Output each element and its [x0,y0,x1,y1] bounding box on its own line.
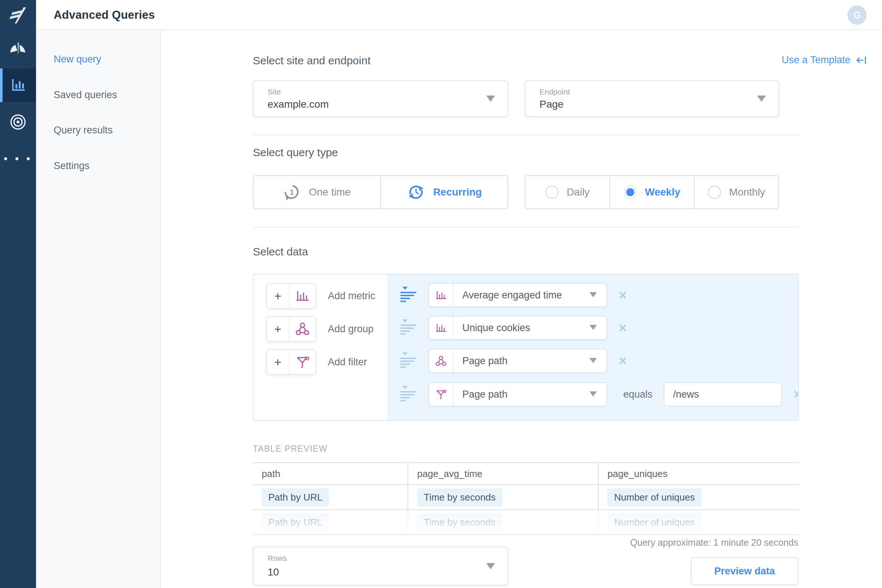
site-value: example.com [267,99,329,110]
dashboard-nav-icon[interactable] [0,32,36,65]
drag-handle-icon[interactable] [400,320,416,336]
table-cell: Path by URL [262,513,329,531]
chevron-down-icon [486,563,495,569]
page-title: Advanced Queries [54,0,155,30]
plus-icon: + [267,350,290,374]
add-filter-button[interactable]: + [266,349,316,375]
top-bar: Advanced Queries [0,0,882,30]
target-icon [9,114,27,130]
radio-selected-icon [624,186,637,199]
more-nav-icon[interactable]: • • • [0,142,36,176]
table-row-faded: Path by URL Time by seconds Number of un… [253,510,799,534]
frequency-weekly[interactable]: Weekly [610,176,694,208]
section-heading-site-endpoint: Select site and endpoint [253,54,370,67]
filter-operator: equals [623,389,652,400]
table-cell: Time by seconds [417,513,502,531]
filter-value: Page path [453,389,507,400]
table-cell: Time by seconds [417,488,502,506]
site-label: Site [267,87,281,96]
add-group-button[interactable]: + [266,316,316,342]
remove-row-icon[interactable]: ✕ [618,355,627,368]
sidebar-item-saved-queries[interactable]: Saved queries [54,87,117,103]
app-window: Advanced Queries G [0,0,882,588]
chevron-down-icon [590,325,597,330]
metric-select[interactable]: Unique cookies [429,316,607,340]
chartbeat-logo-icon[interactable] [0,0,36,31]
add-metric-button[interactable]: + [266,283,316,309]
table-cell: Path by URL [262,488,329,506]
rows-value: 10 [267,566,279,578]
heads-up-nav-icon[interactable] [0,105,36,139]
drag-handle-icon[interactable] [400,352,416,369]
bar-chart-icon [10,78,26,93]
chevron-down-icon [757,96,766,102]
svg-text:1: 1 [290,188,294,196]
sidebar-item-query-results[interactable]: Query results [54,122,113,138]
remove-row-icon[interactable]: ✕ [793,388,799,401]
column-header: path [253,463,408,484]
remove-row-icon[interactable]: ✕ [618,322,627,334]
rows-dropdown[interactable]: Rows 10 [253,546,508,585]
icon-rail: • • • [0,0,36,588]
advanced-queries-nav-icon[interactable] [0,68,36,102]
one-time-label: One time [309,186,351,198]
filter-input[interactable] [664,382,782,406]
user-avatar[interactable]: G [848,6,867,25]
sidebar-item-new-query[interactable]: New query [54,51,101,67]
filter-funnel-icon [295,355,310,369]
group-nodes-icon [295,322,310,336]
use-template-link[interactable]: Use a Template [782,54,867,66]
metric-value: Average engaged time [453,290,562,301]
filter-row: Page path equals ✕ [387,382,799,406]
recurring-icon [407,183,425,201]
table-preview-label: TABLE PREVIEW [253,444,327,454]
query-estimate: Query approximate: 1 minute 20 seconds [630,537,798,548]
monthly-label: Monthly [729,186,765,198]
chevron-down-icon [590,292,597,297]
chevron-down-icon [590,392,597,396]
column-header: page_uniques [598,463,799,484]
preview-data-button[interactable]: Preview data [691,557,798,585]
section-heading-select-data: Select data [253,246,308,258]
query-type-toggle: 1 One time Recurring [253,175,508,209]
rows-label: Rows [267,554,287,562]
frequency-toggle: Daily Weekly Monthly [525,175,779,209]
sidebar-item-settings[interactable]: Settings [54,158,90,174]
table-header-row: path page_avg_time page_uniques [253,463,799,485]
divider [253,227,799,228]
endpoint-dropdown[interactable]: Endpoint Page [525,80,779,117]
weekly-label: Weekly [645,186,680,198]
group-value: Page path [453,356,507,367]
metric-row: Average engaged time ✕ [387,283,627,307]
plus-icon: + [267,317,290,341]
site-dropdown[interactable]: Site example.com [253,80,508,117]
template-arrow-icon [855,55,867,66]
frequency-monthly[interactable]: Monthly [694,176,778,208]
metric-value: Unique cookies [453,322,530,334]
ellipsis-icon: • • • [4,157,32,160]
radio-icon [545,186,559,199]
section-heading-query-type: Select query type [253,146,338,159]
metric-select[interactable]: Average engaged time [429,283,607,307]
daily-label: Daily [567,186,590,198]
chevron-down-icon [486,96,495,102]
filter-funnel-icon [435,388,447,400]
endpoint-value: Page [540,99,563,110]
one-time-icon: 1 [283,183,301,201]
drag-handle-icon[interactable] [400,286,416,303]
speedometer-icon [9,42,27,55]
remove-row-icon[interactable]: ✕ [618,289,627,302]
drag-handle-icon[interactable] [400,386,416,403]
one-time-option[interactable]: 1 One time [254,176,381,208]
endpoint-label: Endpoint [540,87,570,96]
divider [253,135,799,135]
filter-select[interactable]: Page path [429,382,607,406]
radio-icon [708,186,721,199]
recurring-option[interactable]: Recurring [381,176,508,208]
group-nodes-icon [435,355,447,367]
frequency-daily[interactable]: Daily [525,176,610,208]
table-preview: path page_avg_time page_uniques Path by … [253,462,799,535]
group-select[interactable]: Page path [429,349,607,373]
table-cell: Number of uniques [608,488,702,506]
recurring-label: Recurring [433,186,482,198]
